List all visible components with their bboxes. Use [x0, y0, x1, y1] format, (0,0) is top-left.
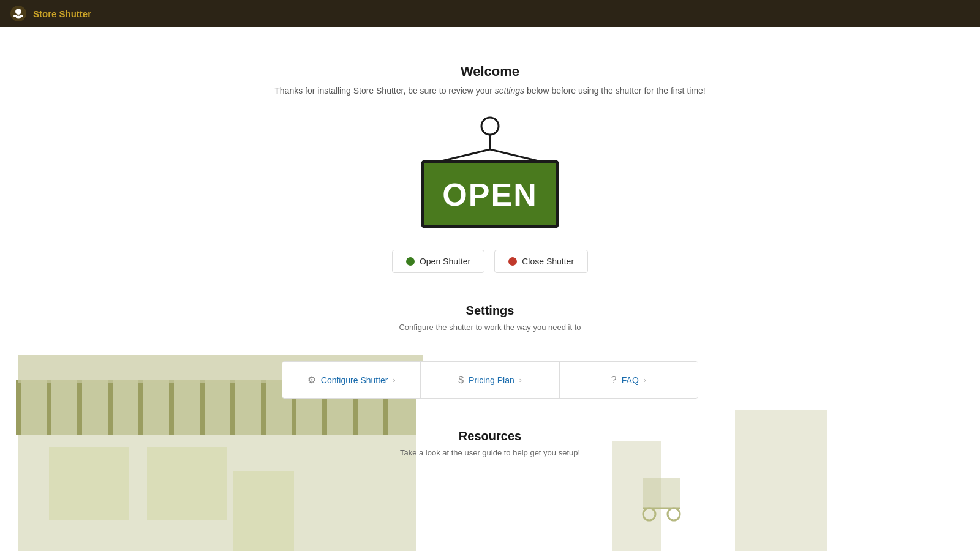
page-content: Welcome Thanks for installing Store Shut… — [0, 27, 980, 482]
svg-text:OPEN: OPEN — [442, 177, 537, 212]
resources-description: Take a look at the user guide to help ge… — [0, 448, 980, 457]
sign-svg: OPEN — [404, 113, 576, 235]
svg-rect-23 — [233, 471, 294, 551]
svg-point-4 — [16, 16, 21, 19]
app-logo — [10, 5, 27, 22]
faq-chevron-icon: › — [644, 376, 646, 384]
open-indicator — [406, 257, 415, 266]
svg-point-30 — [481, 118, 499, 135]
close-shutter-label: Close Shutter — [522, 257, 574, 266]
open-shutter-button[interactable]: Open Shutter — [392, 250, 484, 273]
configure-chevron-icon: › — [393, 376, 396, 384]
svg-rect-26 — [643, 478, 680, 508]
svg-point-29 — [668, 508, 680, 520]
settings-cards: ⚙ Configure Shutter › $ Pricing Plan › ?… — [282, 361, 698, 399]
close-shutter-button[interactable]: Close Shutter — [494, 250, 588, 273]
open-sign: OPEN — [404, 113, 576, 235]
main-content: Welcome Thanks for installing Store Shut… — [0, 27, 980, 551]
pricing-chevron-icon: › — [519, 376, 522, 384]
configure-shutter-button[interactable]: ⚙ Configure Shutter › — [282, 362, 421, 398]
open-shutter-label: Open Shutter — [420, 257, 470, 266]
app-title: Store Shutter — [33, 9, 91, 19]
settings-title: Settings — [0, 304, 980, 318]
app-header: Store Shutter — [0, 0, 980, 27]
dollar-icon: $ — [458, 375, 464, 386]
configure-shutter-label: Configure Shutter — [321, 375, 388, 385]
faq-button[interactable]: ? FAQ › — [560, 362, 698, 398]
svg-point-1 — [15, 9, 21, 15]
welcome-description: Thanks for installing Store Shutter, be … — [274, 86, 705, 96]
settings-section: Settings Configure the shutter to work t… — [0, 304, 980, 344]
resources-title: Resources — [0, 429, 980, 443]
gear-icon: ⚙ — [307, 374, 316, 386]
welcome-title: Welcome — [461, 64, 519, 80]
shutter-buttons-row: Open Shutter Close Shutter — [392, 250, 588, 273]
pricing-plan-button[interactable]: $ Pricing Plan › — [421, 362, 559, 398]
pricing-plan-label: Pricing Plan — [469, 375, 514, 385]
resources-section: Resources Take a look at the user guide … — [0, 429, 980, 470]
close-indicator — [508, 257, 517, 266]
faq-label: FAQ — [622, 375, 639, 385]
settings-description: Configure the shutter to work the way yo… — [0, 323, 980, 332]
question-icon: ? — [611, 375, 617, 386]
